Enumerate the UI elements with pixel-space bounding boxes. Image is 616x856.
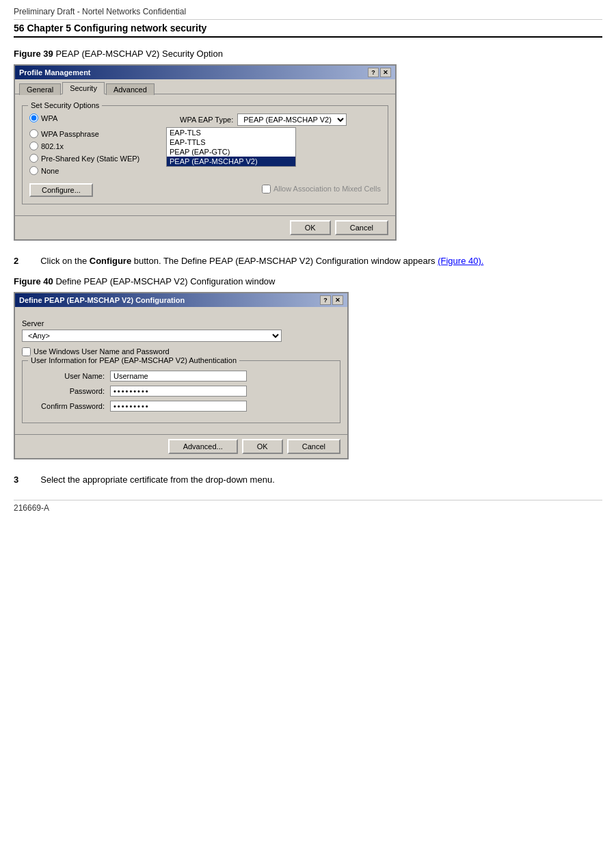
profile-management-dialog: Profile Management ? ✕ General Security … [14,64,397,241]
help-button[interactable]: ? [368,68,379,77]
step3-text: 3 Select the appropriate certificate fro… [14,473,602,487]
password-row: Password: [29,386,333,397]
peap-cancel-button[interactable]: Cancel [287,439,340,454]
username-row: User Name: [29,371,333,382]
dropdown-open-list: EAP-TLS EAP-TTLS PEAP (EAP-GTC) PEAP (EA… [166,127,296,167]
configure-button[interactable]: Configure... [29,183,93,197]
server-label: Server [22,319,340,327]
server-row: Server <Any> [22,319,340,342]
figure40-label: Figure 40 Define PEAP (EAP-MSCHAP V2) Co… [14,276,602,286]
close-button[interactable]: ✕ [380,68,391,77]
confirm-password-label: Confirm Password: [29,402,105,410]
mixed-cells-row: Allow Association to Mixed Cells [262,185,381,193]
peap-titlebar-buttons: ? ✕ [320,295,343,305]
step2-text: 2 Click on the Configure button. The Def… [14,254,602,268]
wpa-left: WPA [29,113,166,122]
figure39-label: Figure 39 PEAP (EAP-MSCHAP V2) Security … [14,49,602,59]
wpa-eap-label: WPA EAP Type: [180,116,233,124]
footer: 216669-A [14,500,602,513]
password-label: Password: [29,387,105,395]
dialog-content: Set Security Options WPA WPA EAP Type: P… [15,94,395,215]
mixed-cells-label: Allow Association to Mixed Cells [273,185,381,193]
dropdown-item-peap-mschap[interactable]: PEAP (EAP-MSCHAP V2) [167,157,295,166]
radio-wpa[interactable] [29,113,38,122]
user-info-group-label: User Information for PEAP (EAP-MSCHAP V2… [28,356,239,364]
peap-help-button[interactable]: ? [320,295,331,305]
wpa-eap-container: WPA EAP Type: PEAP (EAP-MSCHAP V2) EAP-T… [166,113,347,126]
chapter-header: 56 Chapter 5 Configuring network securit… [14,23,602,38]
step3-content: Select the appropriate certificate from … [40,474,275,485]
confirm-password-row: Confirm Password: [29,401,333,412]
dot1x-left: 802.1x [29,142,166,150]
configure-row: Configure... Allow Association to Mixed … [29,180,381,197]
tab-general[interactable]: General [19,83,61,95]
use-windows-row: Use Windows User Name and Password [22,347,340,356]
titlebar-buttons: ? ✕ [368,68,391,77]
dialog-titlebar: Profile Management ? ✕ [15,66,395,79]
dialog-title: Profile Management [19,68,91,77]
advanced-button[interactable]: Advanced... [168,439,238,454]
confirm-password-input[interactable] [110,401,247,412]
password-input[interactable] [110,386,247,397]
peap-dialog-title: Define PEAP (EAP-MSCHAP V2) Configuratio… [19,296,185,304]
tab-advanced[interactable]: Advanced [106,83,155,95]
peap-close-button[interactable]: ✕ [332,295,343,305]
radio-psk[interactable] [29,154,38,163]
tab-security[interactable]: Security [62,82,105,94]
wpa-row: WPA WPA EAP Type: PEAP (EAP-MSCHAP V2) E… [29,113,381,126]
radio-none[interactable] [29,166,38,175]
peap-dialog-titlebar: Define PEAP (EAP-MSCHAP V2) Configuratio… [15,293,347,307]
step2-number: 2 [14,254,18,268]
header-confidential: Preliminary Draft - Nortel Networks Conf… [14,7,602,20]
radio-none-label: None [41,167,164,175]
radio-dot1x-label: 802.1x [41,142,64,150]
dropdown-item-eap-tls[interactable]: EAP-TLS [167,128,295,137]
mixed-cells-checkbox[interactable] [262,185,271,193]
cancel-button[interactable]: Cancel [335,220,388,235]
peap-dialog-content: Server <Any> Use Windows User Name and P… [15,307,347,434]
wpa-right: WPA EAP Type: PEAP (EAP-MSCHAP V2) EAP-T… [166,113,347,126]
none-row: None [29,166,381,175]
peap-dialog-footer: Advanced... OK Cancel [15,434,347,458]
peap-ok-button[interactable]: OK [242,439,283,454]
figure40-link[interactable]: (Figure 40). [438,256,483,266]
radio-wpa-passphrase-label: WPA Passphrase [41,130,164,138]
dialog-tabs: General Security Advanced [15,79,395,94]
group-box-label: Set Security Options [28,101,102,109]
step2-content: Click on the Configure button. The Defin… [40,256,483,266]
peap-dialog: Define PEAP (EAP-MSCHAP V2) Configuratio… [14,292,349,459]
dialog-footer: OK Cancel [15,215,395,239]
radio-psk-label: Pre-Shared Key (Static WEP) [41,155,164,163]
user-info-group: User Information for PEAP (EAP-MSCHAP V2… [22,360,340,423]
radio-wpa-passphrase[interactable] [29,129,38,138]
security-options-group: Set Security Options WPA WPA EAP Type: P… [22,105,388,204]
username-input[interactable] [110,371,247,382]
use-windows-label: Use Windows User Name and Password [34,347,170,356]
dropdown-item-peap-gtc[interactable]: PEAP (EAP-GTC) [167,147,295,157]
username-label: User Name: [29,372,105,380]
dropdown-item-eap-ttls[interactable]: EAP-TTLS [167,137,295,147]
server-select[interactable]: <Any> [22,330,282,342]
radio-dot1x[interactable] [29,142,38,150]
use-windows-checkbox[interactable] [22,347,31,356]
ok-button[interactable]: OK [290,220,331,235]
radio-wpa-label: WPA [41,114,57,122]
step3-number: 3 [14,473,18,487]
wpa-eap-select[interactable]: PEAP (EAP-MSCHAP V2) EAP-TLS EAP-TTLS PE… [237,113,347,126]
